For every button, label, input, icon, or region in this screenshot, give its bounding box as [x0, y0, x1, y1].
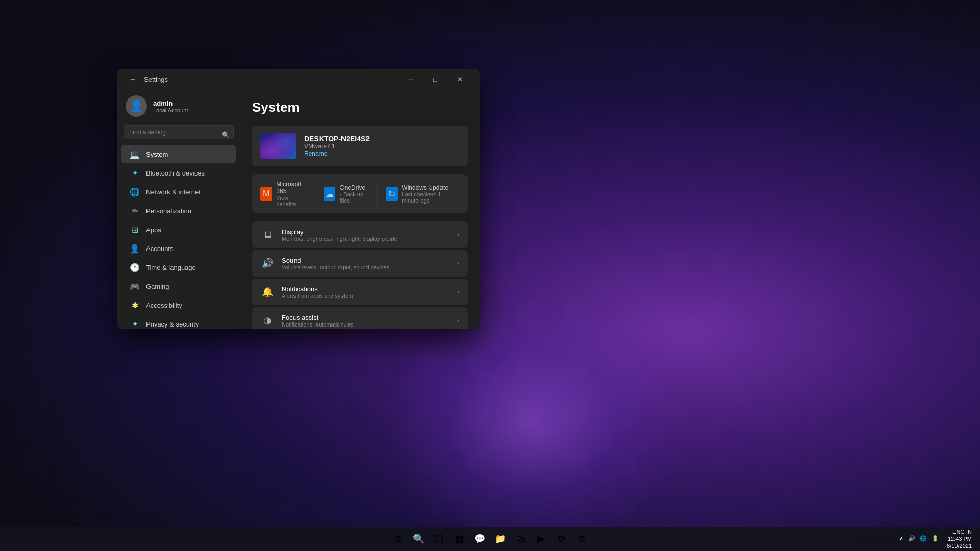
focus-assist-text: Focus assist Notifications, automatic ru… [282, 314, 450, 328]
search-input[interactable] [124, 125, 234, 139]
accounts-icon: 👤 [130, 243, 140, 254]
systray-icons: ∧ 🔊 🌐 🔋 [899, 535, 939, 542]
device-sub: VMware7,1 [304, 143, 370, 150]
sidebar-item-bluetooth[interactable]: ✦ Bluetooth & devices [121, 164, 236, 182]
display-icon: 🖥 [260, 228, 275, 242]
quick-links: M Microsoft 365 View benefits ☁ OneDrive… [252, 174, 468, 213]
settings-window: ← Settings ─ □ ✕ 👤 admin Local Account 🔍 [117, 69, 480, 329]
system-icon: 💻 [130, 149, 140, 159]
winupdate-sub: Last checked: 1 minute ago [402, 191, 459, 204]
quick-link-onedrive[interactable]: ☁ OneDrive • Back up files [324, 181, 369, 207]
ms365-icon: M [260, 187, 272, 201]
apps-icon: ⊞ [130, 224, 140, 235]
sound-title: Sound [282, 257, 450, 264]
user-name: admin [153, 99, 188, 107]
taskbar-right: ∧ 🔊 🌐 🔋 ENG IN 12:43 PM 8/19/2021 [899, 528, 976, 550]
sidebar-item-system[interactable]: 💻 System [121, 145, 236, 163]
sound-text: Sound Volume levels, output, input, soun… [282, 257, 450, 270]
search-container: 🔍 [117, 125, 240, 144]
bluetooth-label: Bluetooth & devices [146, 169, 205, 177]
focus-assist-sub: Notifications, automatic rules [282, 321, 450, 328]
sidebar-item-network[interactable]: 🌐 Network & internet [121, 183, 236, 201]
display-sub: Monitors, brightness, night light, displ… [282, 236, 450, 242]
ql-divider-1 [315, 181, 315, 207]
sidebar-item-apps[interactable]: ⊞ Apps [121, 220, 236, 239]
system-clock[interactable]: ENG IN 12:43 PM 8/19/2021 [943, 528, 976, 550]
setting-row-display[interactable]: 🖥 Display Monitors, brightness, night li… [252, 221, 468, 248]
accessibility-icon: ✱ [130, 300, 140, 310]
window-title: Settings [144, 76, 399, 83]
settings-list: 🖥 Display Monitors, brightness, night li… [252, 221, 468, 329]
onedrive-text: OneDrive • Back up files [339, 184, 369, 204]
display-chevron: › [457, 231, 459, 238]
sidebar-item-privacy[interactable]: ✦ Privacy & security [121, 315, 236, 329]
window-controls: ─ □ ✕ [399, 71, 472, 87]
time-label: Time & language [146, 264, 196, 271]
accounts-label: Accounts [146, 245, 173, 253]
user-type: Local Account [153, 107, 188, 113]
page-title: System [252, 99, 468, 115]
notifications-title: Notifications [282, 285, 450, 293]
privacy-label: Privacy & security [146, 320, 199, 328]
personalization-icon: ✏ [130, 206, 140, 216]
language-indicator: ENG IN [947, 528, 972, 535]
network-label: Network & internet [146, 188, 201, 196]
explorer-button[interactable]: 📁 [491, 530, 509, 548]
sidebar-item-personalization[interactable]: ✏ Personalization [121, 202, 236, 220]
sound-sub: Volume levels, output, input, sound devi… [282, 264, 450, 270]
notifications-icon: 🔔 [260, 285, 275, 299]
sidebar-item-accounts[interactable]: 👤 Accounts [121, 239, 236, 258]
ms365-text: Microsoft 365 View benefits [276, 181, 307, 207]
sidebar-item-gaming[interactable]: 🎮 Gaming [121, 277, 236, 295]
back-button[interactable]: ← [126, 72, 140, 86]
systray[interactable]: ∧ 🔊 🌐 🔋 [899, 535, 939, 542]
personalization-label: Personalization [146, 207, 191, 215]
gaming-label: Gaming [146, 283, 169, 290]
minimize-button[interactable]: ─ [399, 71, 423, 87]
setting-row-notifications[interactable]: 🔔 Notifications Alerts from apps and sys… [252, 279, 468, 305]
quick-link-winupdate[interactable]: ↻ Windows Update Last checked: 1 minute … [386, 181, 459, 207]
taskbar: ⊞ 🔍 ❑ ▦ 💬 📁 🛍 ▶ ⚙ ⚙ ∧ 🔊 🌐 🔋 ENG IN 12:43… [0, 527, 980, 551]
focus-assist-chevron: › [457, 317, 459, 324]
winupdate-text: Windows Update Last checked: 1 minute ag… [402, 184, 459, 204]
start-button[interactable]: ⊞ [389, 530, 407, 548]
youtube-button[interactable]: ▶ [532, 530, 550, 548]
device-card: DESKTOP-N2EI4S2 VMware7,1 Rename [252, 126, 468, 166]
content-area: 👤 admin Local Account 🔍 💻 System ✦ Bluet… [117, 89, 480, 329]
onedrive-icon: ☁ [324, 187, 335, 201]
accessibility-label: Accessibility [146, 302, 182, 309]
display-title: Display [282, 228, 450, 236]
chat-button[interactable]: 💬 [471, 530, 489, 548]
bluetooth-icon: ✦ [130, 168, 140, 178]
other-app-button[interactable]: ⚙ [552, 530, 571, 548]
user-info: admin Local Account [153, 99, 188, 113]
store-button[interactable]: 🛍 [511, 530, 530, 548]
avatar: 👤 [126, 95, 147, 117]
system-label: System [146, 151, 168, 158]
user-profile: 👤 admin Local Account [117, 89, 240, 125]
maximize-button[interactable]: □ [424, 71, 447, 87]
back-icon: ← [129, 75, 136, 83]
setting-row-sound[interactable]: 🔊 Sound Volume levels, output, input, so… [252, 250, 468, 277]
quick-link-ms365[interactable]: M Microsoft 365 View benefits [260, 181, 307, 207]
device-rename-link[interactable]: Rename [304, 150, 370, 157]
notifications-chevron: › [457, 288, 459, 295]
sidebar-item-accessibility[interactable]: ✱ Accessibility [121, 296, 236, 314]
ql-divider-2 [377, 181, 378, 207]
device-thumbnail [260, 133, 296, 159]
sound-chevron: › [457, 260, 459, 267]
settings-taskbar-button[interactable]: ⚙ [573, 530, 591, 548]
setting-row-focus-assist[interactable]: ◑ Focus assist Notifications, automatic … [252, 307, 468, 329]
ms365-sub: View benefits [276, 195, 307, 207]
clock-time: 12:43 PM [947, 535, 972, 542]
nav-list: 💻 System ✦ Bluetooth & devices 🌐 Network… [117, 144, 240, 329]
close-button[interactable]: ✕ [448, 71, 472, 87]
taskbar-search[interactable]: 🔍 [409, 530, 428, 548]
task-view[interactable]: ❑ [430, 530, 448, 548]
time-icon: 🕐 [130, 262, 140, 272]
taskbar-center: ⊞ 🔍 ❑ ▦ 💬 📁 🛍 ▶ ⚙ ⚙ [389, 530, 591, 548]
title-bar: ← Settings ─ □ ✕ [117, 69, 480, 89]
sidebar-item-time[interactable]: 🕐 Time & language [121, 258, 236, 277]
apps-label: Apps [146, 226, 161, 234]
widgets-button[interactable]: ▦ [450, 530, 469, 548]
